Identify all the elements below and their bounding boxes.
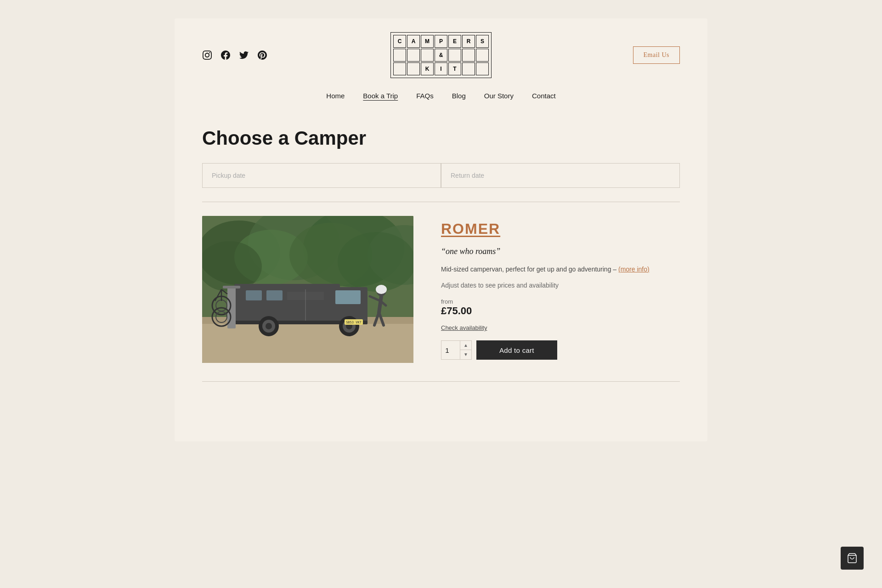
- pickup-date-input[interactable]: [203, 164, 441, 187]
- svg-rect-27: [223, 286, 240, 288]
- price-amount: £75.00: [441, 305, 680, 317]
- svg-text:SB53 VKT: SB53 VKT: [346, 321, 362, 324]
- social-icons: [202, 50, 267, 60]
- divider-top: [202, 202, 680, 202]
- product-image-wrapper: SB53 VKT: [202, 216, 413, 363]
- price-section: from £75.00: [441, 298, 680, 317]
- email-button[interactable]: Email Us: [633, 46, 680, 64]
- quantity-up-button[interactable]: ▲: [460, 341, 471, 350]
- product-image: SB53 VKT: [202, 216, 413, 363]
- nav-home[interactable]: Home: [326, 92, 345, 100]
- logo[interactable]: C A M P E R S &: [390, 32, 492, 78]
- svg-rect-14: [335, 290, 361, 304]
- check-availability-link[interactable]: Check availability: [441, 324, 680, 331]
- svg-rect-15: [246, 290, 262, 300]
- svg-line-36: [379, 296, 381, 312]
- quantity-wrapper: 1 ▲ ▼: [441, 340, 472, 360]
- svg-point-8: [338, 232, 413, 292]
- quantity-controls: ▲ ▼: [460, 341, 471, 359]
- camper-name: ROMER: [441, 220, 680, 237]
- product-card-romer: SB53 VKT ROMER “one who roams” Mid-sized…: [202, 216, 680, 377]
- price-from-label: from: [441, 298, 680, 305]
- add-to-cart-button[interactable]: Add to cart: [476, 340, 557, 360]
- nav-our-story[interactable]: Our Story: [484, 92, 514, 100]
- quantity-down-button[interactable]: ▼: [460, 350, 471, 359]
- pinterest-icon[interactable]: [257, 50, 267, 60]
- main-nav: Home Book a Trip FAQs Blog Our Story Con…: [175, 87, 707, 109]
- facebook-icon[interactable]: [220, 50, 231, 60]
- product-details: ROMER “one who roams” Mid-sized camperva…: [441, 216, 680, 360]
- divider-bottom: [202, 381, 680, 382]
- nav-contact[interactable]: Contact: [532, 92, 556, 100]
- page-wrapper: C A M P E R S &: [175, 18, 707, 441]
- camper-tagline: “one who roams”: [441, 247, 680, 256]
- svg-point-25: [266, 323, 272, 329]
- cart-icon: [847, 553, 858, 564]
- more-info-link[interactable]: (more info): [618, 266, 650, 273]
- nav-book-trip[interactable]: Book a Trip: [363, 92, 398, 100]
- availability-note: Adjust dates to see prices and availabil…: [441, 282, 680, 289]
- cart-float-button[interactable]: [841, 547, 864, 570]
- twitter-icon[interactable]: [239, 50, 249, 60]
- quantity-input[interactable]: 1: [441, 341, 460, 359]
- nav-faqs[interactable]: FAQs: [416, 92, 434, 100]
- svg-point-41: [376, 285, 387, 294]
- page-title: Choose a Camper: [202, 127, 680, 149]
- svg-rect-16: [266, 290, 283, 300]
- main-content: Choose a Camper: [175, 109, 707, 414]
- date-filters: [202, 163, 680, 188]
- header: C A M P E R S &: [175, 18, 707, 87]
- return-date-input[interactable]: [441, 164, 679, 187]
- nav-blog[interactable]: Blog: [452, 92, 466, 100]
- camper-description: Mid-sized campervan, perfect for get up …: [441, 265, 680, 274]
- cart-section: 1 ▲ ▼ Add to cart: [441, 340, 680, 360]
- instagram-icon[interactable]: [202, 50, 212, 60]
